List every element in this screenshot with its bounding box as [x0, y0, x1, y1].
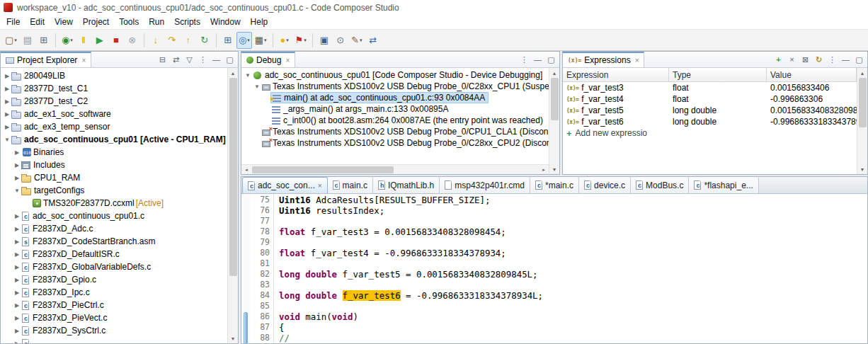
debug-tree-item[interactable]: c_int00() at boot28.asm:264 0x0087AE (th…: [241, 115, 549, 126]
editor-tab-mainc[interactable]: c*main.c: [530, 177, 579, 193]
step-into-button[interactable]: ↓: [148, 32, 164, 49]
code-line[interactable]: void main(void): [279, 311, 867, 322]
scroll-thumb[interactable]: [859, 78, 867, 127]
debug-tree-item[interactable]: Texas Instruments XDS100v2 USB Debug Pro…: [241, 126, 549, 137]
minimize-icon[interactable]: —: [211, 56, 222, 64]
tab-expressions[interactable]: (x)= Expressions ×: [563, 52, 644, 67]
project-tree-item[interactable]: ▶adc_ex3_temp_sensor: [1, 120, 227, 133]
project-tree-item[interactable]: ▶cF2837xD_Gpio.c: [1, 273, 227, 286]
add-expression-icon[interactable]: +: [773, 56, 784, 64]
disconnect-button[interactable]: ⊗: [125, 32, 140, 49]
code-line[interactable]: Uint16 resultsIndex;: [279, 205, 867, 216]
debug-hscrollbar[interactable]: ◂ ▸: [241, 164, 549, 174]
twistie-icon[interactable]: ▼: [13, 188, 21, 194]
project-tree-item[interactable]: ▶28377D_test_C1: [1, 82, 227, 95]
step-return-button[interactable]: ↑: [181, 32, 196, 49]
line-number-ruler[interactable]: 7576777879808182838485868788: [251, 194, 274, 343]
expression-row[interactable]: (x)=f_var_test5long double0.001568334083…: [563, 105, 857, 116]
scroll-thumb[interactable]: [551, 78, 559, 120]
twistie-icon[interactable]: ▶: [13, 213, 21, 219]
save-button[interactable]: ▤: [20, 32, 35, 49]
project-tree-item[interactable]: ▶sF2837xD_CodeStartBranch.asm: [1, 235, 227, 248]
twistie-icon[interactable]: ▶: [3, 73, 11, 79]
twistie-icon[interactable]: ▶: [13, 302, 21, 309]
maximize-icon[interactable]: ▢: [854, 56, 864, 64]
twistie-icon[interactable]: ▼: [244, 72, 252, 79]
maximize-icon[interactable]: ▢: [546, 56, 556, 64]
expression-row[interactable]: (x)=f_var_test6long double-0.99686333183…: [563, 116, 857, 127]
twistie-icon[interactable]: ▼: [253, 84, 261, 90]
view-menu-icon[interactable]: ⋮: [519, 56, 530, 64]
scroll-down-icon[interactable]: ▼: [549, 164, 559, 174]
close-icon[interactable]: ×: [635, 57, 639, 64]
remove-all-icon[interactable]: ⊠: [800, 56, 811, 64]
editor-tab-modbusc[interactable]: cModBus.c: [631, 177, 689, 193]
expression-row[interactable]: (x)=f_var_test4float-0.996863306: [563, 93, 857, 105]
project-tree-item[interactable]: ▶c: [1, 337, 227, 343]
menu-tools[interactable]: Tools: [114, 16, 144, 28]
menu-window[interactable]: Window: [205, 16, 246, 28]
twistie-icon[interactable]: ▶: [3, 98, 11, 105]
project-explorer-scrollbar[interactable]: ▲ ▼: [227, 68, 238, 343]
project-tree-item[interactable]: ▶280049LIB: [1, 69, 227, 82]
project-tree-item[interactable]: ▶Binaries: [1, 146, 227, 159]
project-tree-item[interactable]: ▶cF2837xD_GlobalVariableDefs.c: [1, 260, 227, 273]
scroll-down-icon[interactable]: ▼: [857, 164, 867, 174]
code-line[interactable]: float f_var_test4 = -0.99686333183343789…: [279, 248, 867, 258]
twistie-icon[interactable]: ▶: [13, 315, 21, 321]
debug-tree-item[interactable]: main() at adc_soc_continuous_cpu01.c:93 …: [241, 92, 549, 103]
restart-button[interactable]: ↻: [197, 32, 212, 49]
editor-tab-devicec[interactable]: cdevice.c: [579, 177, 631, 193]
minimize-icon[interactable]: —: [532, 56, 543, 64]
scroll-left-icon[interactable]: ◂: [241, 165, 251, 175]
tab-project-explorer[interactable]: Project Explorer ×: [1, 52, 91, 67]
suspend-button[interactable]: ‖: [76, 32, 91, 49]
project-tree-item[interactable]: ▶adc_ex1_soc_software: [1, 108, 227, 120]
view-menu-icon[interactable]: ⋮: [827, 56, 838, 64]
twistie-icon[interactable]: ▶: [13, 328, 21, 334]
twistie-icon[interactable]: ▶: [13, 239, 21, 245]
debug-button[interactable]: ◉▾: [59, 32, 75, 49]
twistie-icon[interactable]: ▶: [13, 175, 21, 181]
target-configuration-button[interactable]: ◎▾: [236, 32, 252, 49]
menu-run[interactable]: Run: [144, 16, 169, 28]
project-tree-item[interactable]: ▶cadc_soc_continuous_cpu01.c: [1, 210, 227, 222]
expression-row[interactable]: (x)=f_var_test3float0.00156833406: [563, 82, 857, 93]
code-line[interactable]: [279, 237, 867, 248]
maximize-icon[interactable]: ▢: [224, 56, 235, 64]
twistie-icon[interactable]: ▶: [13, 226, 21, 232]
add-expression-row[interactable]: +Add new expressio: [563, 127, 857, 139]
flash-button[interactable]: ●▾: [277, 32, 292, 49]
scroll-up-icon[interactable]: ▲: [549, 68, 559, 78]
project-tree-item[interactable]: ▶cF2837xD_PieVect.c: [1, 311, 227, 324]
scroll-thumb[interactable]: [229, 78, 237, 276]
close-icon[interactable]: ×: [285, 57, 290, 64]
breakpoints-button[interactable]: ⚑▾: [293, 32, 309, 49]
link-editor-icon[interactable]: ⇄: [171, 56, 181, 64]
close-icon[interactable]: ×: [81, 57, 86, 64]
project-tree-item[interactable]: ▶28377D_test_C2: [1, 95, 227, 108]
project-tree-item[interactable]: ▶cF2837xD_Ipc.c: [1, 286, 227, 299]
column-header-value[interactable]: Value: [767, 68, 857, 81]
menu-help[interactable]: Help: [246, 16, 273, 28]
code-content[interactable]: Uint16 AdcaResults[RESULTS_BUFFER_SIZE];…: [274, 194, 867, 343]
editor-tab-iqmathlibh[interactable]: hIQmathLib.h: [373, 177, 440, 193]
step-over-button[interactable]: ↷: [164, 32, 180, 49]
code-line[interactable]: Uint16 AdcaResults[RESULTS_BUFFER_SIZE];: [279, 195, 867, 205]
project-tree-item[interactable]: ▶CPU1_RAM: [1, 171, 227, 184]
menu-file[interactable]: File: [1, 16, 25, 28]
menu-project[interactable]: Project: [78, 16, 114, 28]
tab-debug[interactable]: Debug ×: [241, 52, 295, 67]
menu-edit[interactable]: Edit: [25, 16, 50, 28]
code-editor[interactable]: 7576777879808182838485868788 Uint16 Adca…: [241, 194, 867, 343]
editor-tab-adcsoccon[interactable]: cadc_soc_con...×: [242, 177, 328, 193]
code-line[interactable]: [279, 280, 867, 290]
edit-button[interactable]: ✎▾: [349, 32, 365, 49]
editor-tab-msp432p401rcmd[interactable]: msp432p401r.cmd: [440, 177, 530, 193]
memory-browser-button[interactable]: ▦▾: [253, 32, 269, 49]
debug-tree-item[interactable]: _args_main() at args_main.c:133 0x00895A: [241, 103, 549, 115]
project-tree-item[interactable]: ▶Includes: [1, 159, 227, 171]
project-tree-item[interactable]: TMS320F28377D.ccxml [Active]: [1, 197, 227, 210]
editor-tab-mainc[interactable]: cmain.c: [328, 177, 373, 193]
twistie-icon[interactable]: ▶: [3, 111, 11, 117]
